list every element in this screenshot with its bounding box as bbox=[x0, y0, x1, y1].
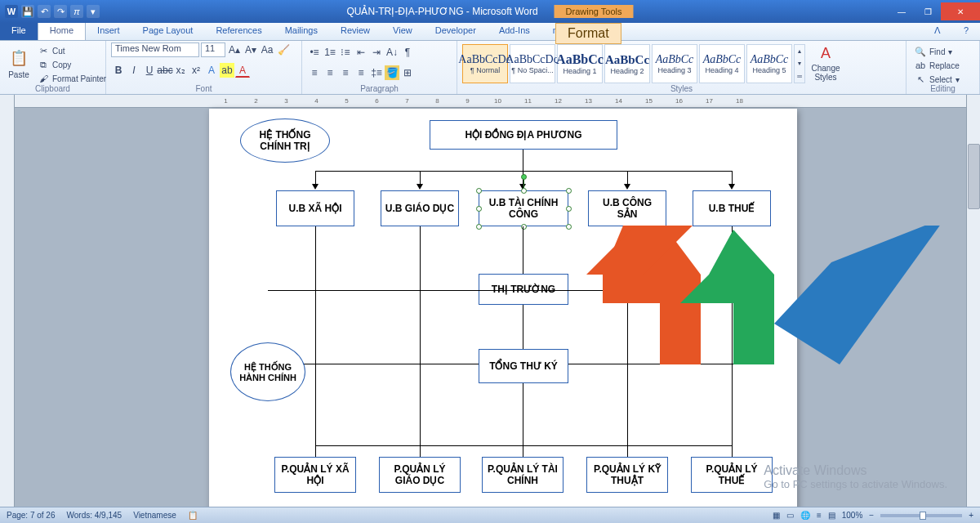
view-outline-icon[interactable]: ≡ bbox=[817, 511, 822, 520]
qat-more-icon[interactable]: ▾ bbox=[87, 5, 100, 18]
line-spacing-button[interactable]: ‡≡ bbox=[369, 65, 384, 80]
style-heading2[interactable]: AaBbCcHeading 2 bbox=[604, 44, 650, 83]
zoom-in-button[interactable]: + bbox=[969, 511, 973, 520]
style-heading1[interactable]: AaBbCcHeading 1 bbox=[557, 44, 603, 83]
save-icon[interactable]: 💾 bbox=[21, 5, 34, 18]
shape-ub-giaoduc[interactable]: U.B GIÁO DỤC bbox=[381, 190, 459, 226]
shape-ub-taichinh-selected[interactable]: U.B TÀI CHÍNH CÔNG bbox=[479, 190, 568, 226]
document-area[interactable]: 123456789101112131415161718 HỆ THỐNG CHÍ… bbox=[15, 95, 980, 507]
italic-button[interactable]: I bbox=[127, 63, 141, 78]
change-case-button[interactable]: Aa bbox=[260, 42, 274, 57]
shape-pql-thue[interactable]: P.QUẢN LÝ THUẾ bbox=[691, 457, 773, 493]
decrease-indent-button[interactable]: ⇤ bbox=[354, 45, 368, 60]
replace-button[interactable]: abReplace bbox=[913, 59, 973, 72]
numbering-button[interactable]: 1≡ bbox=[323, 45, 337, 60]
tab-review[interactable]: Review bbox=[329, 23, 381, 40]
sort-button[interactable]: A↓ bbox=[385, 45, 399, 60]
tab-page-layout[interactable]: Page Layout bbox=[131, 23, 205, 40]
shape-ub-xahoi[interactable]: U.B XÃ HỘI bbox=[276, 190, 354, 226]
shape-secretary[interactable]: TỔNG THƯ KÝ bbox=[479, 349, 568, 383]
strike-button[interactable]: abc bbox=[158, 63, 172, 78]
page[interactable]: HỆ THỐNG CHÍNH TRỊ HỘI ĐỒNG ĐỊA PHƯƠNG U… bbox=[209, 109, 797, 507]
change-styles-button[interactable]: A Change Styles bbox=[808, 42, 843, 83]
clear-formatting-button[interactable]: 🧹 bbox=[276, 42, 291, 57]
styles-gallery[interactable]: AaBbCcDd¶ Normal AaBbCcDd¶ No Spaci... A… bbox=[462, 42, 805, 85]
multilevel-button[interactable]: ⁝≡ bbox=[338, 45, 353, 60]
ribbon-minimize-icon[interactable]: ᐱ bbox=[923, 23, 952, 40]
text-effects-button[interactable]: A bbox=[204, 63, 219, 78]
paste-button[interactable]: 📋 Paste bbox=[5, 42, 33, 83]
style-heading3[interactable]: AaBbCcHeading 3 bbox=[652, 44, 697, 83]
show-marks-button[interactable]: ¶ bbox=[400, 45, 415, 60]
tab-developer[interactable]: Developer bbox=[424, 23, 488, 40]
font-name-select[interactable]: Times New Rom bbox=[111, 42, 199, 57]
align-center-button[interactable]: ≡ bbox=[323, 65, 337, 80]
tab-view[interactable]: View bbox=[381, 23, 424, 40]
shape-pql-giaoduc[interactable]: P.QUẢN LÝ GIÁO DỤC bbox=[379, 457, 461, 493]
increase-indent-button[interactable]: ⇥ bbox=[369, 45, 384, 60]
style-heading5[interactable]: AaBbCcHeading 5 bbox=[746, 44, 792, 83]
shape-market[interactable]: THỊ TRƯỜNG bbox=[479, 274, 568, 305]
styles-more-button[interactable]: ▴▾═ bbox=[794, 44, 805, 83]
ruler-vertical[interactable] bbox=[0, 95, 15, 507]
minimize-button[interactable]: — bbox=[889, 2, 915, 20]
status-language[interactable]: Vietnamese bbox=[133, 511, 176, 520]
view-full-screen-icon[interactable]: ▭ bbox=[786, 511, 794, 520]
style-heading4[interactable]: AaBbCcHeading 4 bbox=[699, 44, 745, 83]
tab-insert[interactable]: Insert bbox=[86, 23, 131, 40]
diagram[interactable]: HỆ THỐNG CHÍNH TRỊ HỘI ĐỒNG ĐỊA PHƯƠNG U… bbox=[209, 109, 797, 507]
scroll-thumb[interactable] bbox=[968, 144, 980, 209]
shape-ub-thue[interactable]: U.B THUẾ bbox=[693, 190, 771, 226]
subscript-button[interactable]: x₂ bbox=[173, 63, 188, 78]
ruler-horizontal[interactable]: 123456789101112131415161718 bbox=[15, 95, 980, 108]
find-button[interactable]: 🔍Find ▾ bbox=[913, 45, 973, 58]
shading-button[interactable]: 🪣 bbox=[385, 65, 399, 80]
superscript-button[interactable]: x² bbox=[189, 63, 203, 78]
bullets-button[interactable]: •≡ bbox=[307, 45, 322, 60]
scrollbar-vertical[interactable] bbox=[966, 95, 980, 507]
redo-icon[interactable]: ↷ bbox=[54, 5, 67, 18]
borders-button[interactable]: ⊞ bbox=[400, 65, 415, 80]
shape-pql-kythuat[interactable]: P.QUẢN LÝ KỸ THUẬT bbox=[586, 457, 668, 493]
tab-file[interactable]: File bbox=[0, 23, 38, 40]
shape-pql-taichinh[interactable]: P.QUẢN LÝ TÀI CHÍNH bbox=[482, 457, 564, 493]
justify-button[interactable]: ≡ bbox=[354, 65, 368, 80]
style-normal[interactable]: AaBbCcDd¶ Normal bbox=[462, 44, 508, 83]
help-icon[interactable]: ? bbox=[952, 23, 980, 40]
tab-addins[interactable]: Add-Ins bbox=[488, 23, 541, 40]
style-no-spacing[interactable]: AaBbCcDd¶ No Spaci... bbox=[510, 44, 555, 83]
zoom-level[interactable]: 100% bbox=[842, 511, 863, 520]
zoom-out-button[interactable]: − bbox=[869, 511, 874, 520]
align-left-button[interactable]: ≡ bbox=[307, 65, 322, 80]
copy-button[interactable]: ⧉Copy bbox=[36, 58, 108, 71]
shape-box-council[interactable]: HỘI ĐỒNG ĐỊA PHƯƠNG bbox=[430, 120, 617, 150]
tab-home[interactable]: Home bbox=[38, 22, 86, 40]
shape-pql-xahoi[interactable]: P.QUẢN LÝ XÃ HỘI bbox=[274, 457, 356, 493]
cut-button[interactable]: ✂Cut bbox=[36, 44, 108, 57]
format-painter-button[interactable]: 🖌Format Painter bbox=[36, 72, 108, 85]
shape-ellipse-political[interactable]: HỆ THỐNG CHÍNH TRỊ bbox=[240, 118, 330, 163]
status-page[interactable]: Page: 7 of 26 bbox=[7, 511, 56, 520]
undo-icon[interactable]: ↶ bbox=[38, 5, 51, 18]
status-track-icon[interactable]: 📋 bbox=[188, 511, 198, 520]
shape-ellipse-admin[interactable]: HỆ THỐNG HÀNH CHÍNH bbox=[230, 342, 305, 401]
grow-font-button[interactable]: A▴ bbox=[227, 42, 242, 57]
view-web-icon[interactable]: 🌐 bbox=[800, 511, 810, 520]
bold-button[interactable]: B bbox=[111, 63, 126, 78]
view-print-layout-icon[interactable]: ▦ bbox=[773, 511, 780, 520]
font-color-button[interactable]: A bbox=[235, 63, 250, 78]
close-button[interactable]: ✕ bbox=[941, 2, 980, 20]
font-size-select[interactable]: 11 bbox=[201, 42, 225, 57]
shrink-font-button[interactable]: A▾ bbox=[243, 42, 258, 57]
restore-button[interactable]: ❐ bbox=[915, 2, 941, 20]
shape-ub-congsan[interactable]: U.B CÔNG SẢN bbox=[588, 190, 666, 226]
zoom-slider[interactable] bbox=[880, 514, 962, 517]
view-draft-icon[interactable]: ▤ bbox=[828, 511, 835, 520]
equation-icon[interactable]: π bbox=[70, 5, 83, 18]
highlight-button[interactable]: ab bbox=[220, 63, 234, 78]
status-words[interactable]: Words: 4/9,145 bbox=[67, 511, 122, 520]
tab-mailings[interactable]: Mailings bbox=[274, 23, 329, 40]
tab-references[interactable]: References bbox=[204, 23, 273, 40]
underline-button[interactable]: U bbox=[142, 63, 157, 78]
align-right-button[interactable]: ≡ bbox=[338, 65, 353, 80]
